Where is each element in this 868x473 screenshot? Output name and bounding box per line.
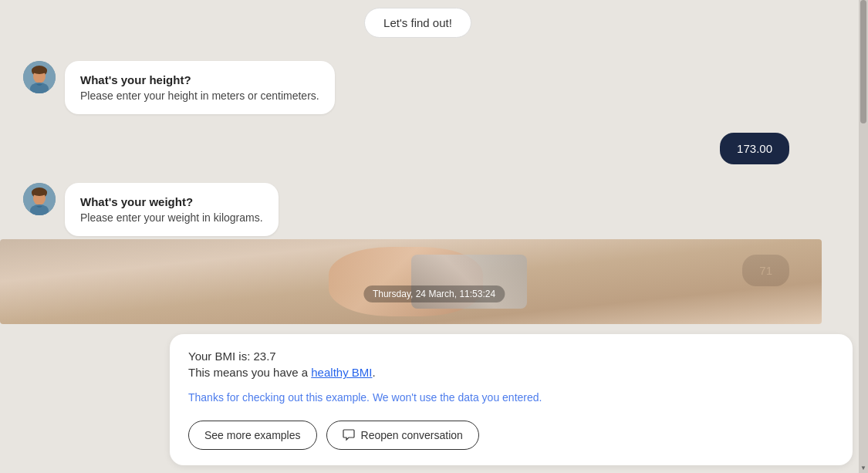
top-button-area: Let's find out! — [23, 8, 812, 38]
chat-layout: ▲ ▼ Let's find out! — [0, 0, 868, 473]
bot-avatar-2 — [23, 183, 56, 215]
see-more-examples-button[interactable]: See more examples — [188, 421, 317, 450]
weight-question-bubble: What's your weight? Please enter your we… — [65, 183, 279, 236]
bot-avatar-1 — [23, 61, 56, 93]
scrollbar-down-arrow[interactable]: ▼ — [859, 462, 868, 473]
scrollbar-thumb[interactable] — [860, 0, 866, 123]
reopen-conversation-label: Reopen conversation — [361, 429, 463, 441]
bmi-result-prefix: This means you have a — [188, 366, 311, 379]
svg-point-3 — [32, 66, 47, 74]
chat-bubble-icon — [343, 429, 355, 441]
weight-question-body: Please enter your weight in kilograms. — [80, 211, 263, 224]
bmi-actions: See more examples Reopen conversation — [188, 421, 834, 450]
timestamp-text: Thursday, 24 March, 11:53:24 — [373, 289, 495, 299]
height-question-bubble: What's your height? Please enter your he… — [65, 61, 335, 114]
healthy-bmi-link[interactable]: healthy BMI — [311, 366, 372, 379]
svg-point-8 — [32, 188, 47, 196]
bmi-result-suffix: . — [372, 366, 375, 379]
bmi-disclaimer: Thanks for checking out this example. We… — [188, 390, 834, 407]
height-response-row: 173.00 — [23, 133, 812, 164]
height-question-title: What's your height? — [80, 73, 319, 86]
height-response-bubble: 173.00 — [720, 133, 789, 164]
background-image-area — [0, 239, 822, 324]
avatar-svg-2 — [23, 183, 56, 215]
height-question-row: What's your height? Please enter your he… — [23, 61, 812, 114]
bmi-result-line1: Your BMI is: 23.7 — [188, 350, 834, 363]
bmi-result-text: Your BMI is: 23.7 — [188, 350, 276, 363]
bmi-result-line2: This means you have a healthy BMI. — [188, 366, 834, 379]
scrollbar[interactable]: ▲ ▼ — [859, 0, 868, 473]
height-question-body: Please enter your height in meters or ce… — [80, 90, 319, 102]
bmi-card: Your BMI is: 23.7 This means you have a … — [170, 334, 853, 465]
avatar-svg-1 — [23, 61, 56, 93]
lets-find-out-button[interactable]: Let's find out! — [364, 8, 471, 38]
reopen-conversation-button[interactable]: Reopen conversation — [326, 421, 479, 450]
timestamp-overlay: Thursday, 24 March, 11:53:24 — [363, 285, 505, 302]
weight-question-title: What's your weight? — [80, 195, 263, 208]
chat-container: ▲ ▼ Let's find out! — [0, 0, 868, 473]
weight-question-row: What's your weight? Please enter your we… — [23, 183, 812, 236]
